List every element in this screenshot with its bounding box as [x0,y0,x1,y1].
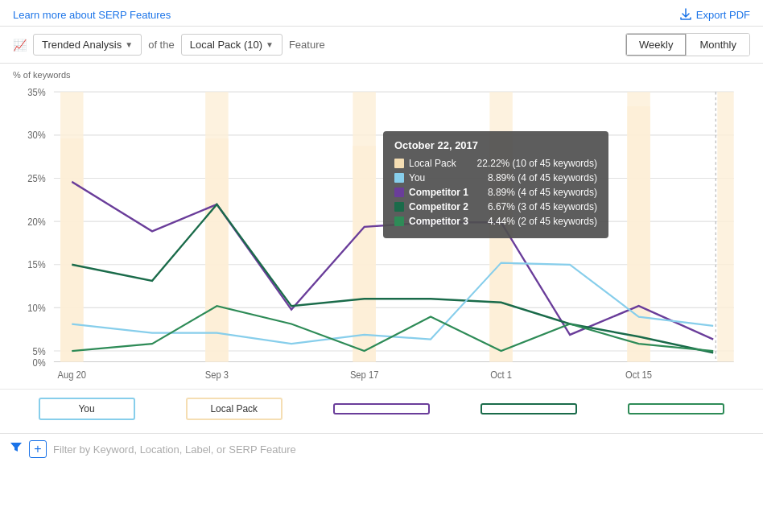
svg-rect-25 [627,106,650,361]
svg-text:Oct 1: Oct 1 [490,369,512,380]
svg-rect-17 [60,138,83,361]
y-axis-label: % of keywords [13,70,750,80]
svg-text:35%: 35% [27,86,46,97]
tooltip-comp2-value: 6.67% (3 of 45 keywords) [488,201,597,212]
weekly-toggle[interactable]: Weekly [626,34,687,56]
tooltip-local-pack-label: Local Pack [409,158,456,169]
tooltip-you-value: 8.89% (4 of 45 keywords) [488,172,597,184]
analysis-type-label: Trended Analysis [42,39,122,51]
tooltip-comp2-row: Competitor 2 6.67% (3 of 45 keywords) [394,201,597,212]
svg-text:15%: 15% [27,259,46,270]
tooltip-comp2-label: Competitor 2 [409,201,468,212]
tooltip-comp3-value: 4.44% (2 of 45 keywords) [488,216,597,227]
export-pdf-button[interactable]: Export PDF [679,8,750,21]
you-swatch [394,173,404,183]
legend-you[interactable]: You [39,398,135,420]
legend-local-pack[interactable]: Local Pack [186,398,283,420]
svg-text:Sep 3: Sep 3 [205,369,229,380]
filter-icon [10,441,23,457]
tooltip-date: October 22, 2017 [394,139,597,151]
chart-wrapper: 35% 30% 25% 20% 15% 10% 5% 0% [13,83,750,389]
svg-text:Oct 15: Oct 15 [625,369,652,380]
svg-text:10%: 10% [27,302,46,313]
svg-text:20%: 20% [27,216,46,227]
local-pack-swatch [394,159,404,168]
svg-text:5%: 5% [33,345,47,357]
export-label: Export PDF [696,9,750,21]
comp2-swatch [394,202,404,212]
legend-you-label: You [78,403,94,414]
top-bar: Learn more about SERP Features Export PD… [0,0,763,26]
svg-text:Sep 17: Sep 17 [350,369,378,380]
tooltip-local-pack-value: 22.22% (10 of 45 keywords) [477,158,597,169]
svg-text:30%: 30% [27,130,46,141]
add-filter-button[interactable]: + [29,440,47,458]
comp3-swatch [394,217,404,226]
svg-rect-26 [717,92,733,361]
feature-selector-caret: ▼ [266,40,274,49]
feature-text: Feature [289,39,325,51]
legend-comp1[interactable] [333,403,430,414]
tooltip-comp1-label: Competitor 1 [409,187,468,198]
legend-area: You Local Pack [0,389,763,428]
tooltip-you-row: You 8.89% (4 of 45 keywords) [394,172,597,184]
feature-selector-dropdown[interactable]: Local Pack (10) ▼ [181,34,283,56]
tooltip-comp3-label: Competitor 3 [409,216,468,227]
comp1-swatch [394,188,404,197]
export-icon [679,8,692,21]
tooltip-comp3-row: Competitor 3 4.44% (2 of 45 keywords) [394,216,597,227]
trend-icon: 📈 [13,39,27,52]
legend-comp3[interactable] [628,403,724,414]
legend-comp2[interactable] [480,403,577,414]
tooltip-comp1-value: 8.89% (4 of 45 keywords) [488,187,597,198]
svg-text:25%: 25% [27,172,46,184]
controls-bar: 📈 Trended Analysis ▼ of the Local Pack (… [0,26,763,64]
legend-local-pack-label: Local Pack [210,403,258,414]
learn-more-link[interactable]: Learn more about SERP Features [13,9,171,21]
monthly-toggle[interactable]: Monthly [687,34,749,56]
tooltip-you-label: You [409,172,425,184]
filter-bar: + Filter by Keyword, Location, Label, or… [0,433,763,464]
feature-selector-label: Local Pack (10) [190,39,262,51]
chart-area: % of keywords 35% 30% 25% 20% 15% 10% 5%… [0,64,763,389]
main-chart-svg: 35% 30% 25% 20% 15% 10% 5% 0% [13,83,750,389]
filter-placeholder: Filter by Keyword, Location, Label, or S… [53,443,296,456]
tooltip: October 22, 2017 Local Pack 22.22% (10 o… [383,131,608,238]
svg-rect-21 [353,146,375,361]
tooltip-comp1-row: Competitor 1 8.89% (4 of 45 keywords) [394,187,597,198]
analysis-type-dropdown[interactable]: Trended Analysis ▼ [33,34,142,56]
analysis-type-caret: ▼ [125,40,133,49]
time-toggle-group: Weekly Monthly [625,33,750,56]
svg-rect-19 [205,138,228,361]
tooltip-local-pack-row: Local Pack 22.22% (10 of 45 keywords) [394,158,597,169]
svg-text:0%: 0% [33,357,47,369]
of-the-text: of the [148,39,175,51]
svg-text:Aug 20: Aug 20 [58,369,87,380]
